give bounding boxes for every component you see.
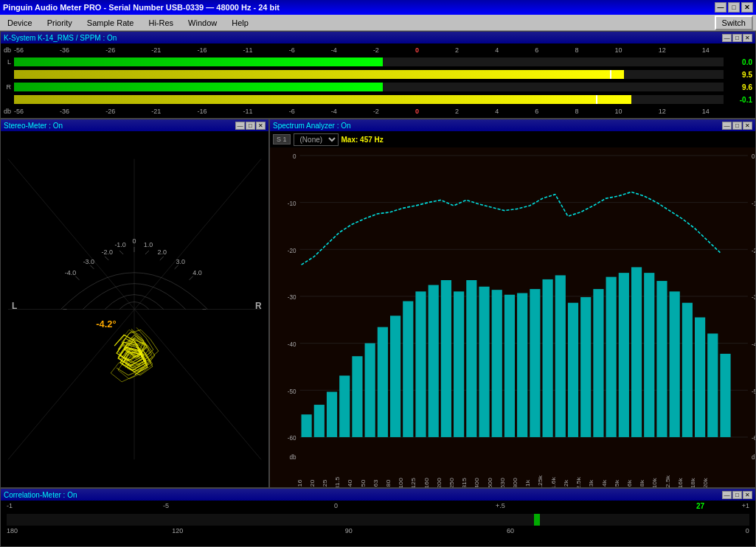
svg-rect-68 [504,295,515,437]
channel-l-green: L 0.0 [4,56,752,68]
channel-r-label: R [4,83,11,91]
channel-r-yellow-track [14,95,724,104]
spectrum-win-btns: — □ ✕ [722,122,752,130]
menu-sample-rate[interactable]: Sample Rate [83,17,139,29]
svg-text:4k: 4k [600,479,608,487]
menu-priority[interactable]: Priority [43,17,77,29]
svg-text:-60: -60 [752,434,755,442]
svg-text:1.0: 1.0 [144,241,153,248]
minimize-button[interactable]: — [715,2,726,13]
svg-rect-65 [466,280,476,437]
stereo-canvas: -4.0 -3.0 -2.0 -1.0 0 1.0 2.0 3.0 4.0 L … [1,131,268,487]
svg-rect-75 [593,289,603,437]
svg-text:2.0: 2.0 [158,248,167,256]
correlation-close-btn[interactable]: ✕ [743,491,752,499]
svg-text:L: L [12,302,17,312]
svg-rect-77 [619,273,629,437]
menu-hires[interactable]: Hi-Res [144,17,178,29]
ksystem-min-btn[interactable]: — [722,34,732,42]
svg-text:db: db [289,453,296,460]
svg-text:50: 50 [359,479,367,487]
svg-rect-76 [606,277,617,437]
svg-rect-67 [492,290,502,437]
svg-text:20: 20 [308,479,316,487]
svg-text:-50: -50 [752,387,755,394]
svg-text:db: db [752,453,755,460]
svg-text:200: 200 [435,478,443,487]
title-bar: Pinguin Audio Meter PRO - Serial Number … [0,0,756,15]
channel-l-readout2: 9.5 [726,71,752,79]
window-title: Pinguin Audio Meter PRO - Serial Number … [3,3,715,12]
svg-rect-74 [580,297,591,437]
menu-window[interactable]: Window [184,17,221,29]
svg-text:16k: 16k [676,478,684,487]
svg-rect-62 [429,285,439,437]
stereo-title: Stereo-Meter : On [4,122,63,130]
spectrum-canvas: 0 -10 -20 -30 -40 -50 -60 0 -10 -20 -30 … [270,147,755,487]
stereo-title-bar: Stereo-Meter : On — □ ✕ [1,119,268,131]
ksystem-max-btn[interactable]: □ [732,34,742,42]
svg-rect-54 [327,391,337,436]
switch-button[interactable]: Switch [715,15,753,30]
channel-r-green: R 9.6 [4,81,752,93]
channel-r-readout1: 9.6 [726,83,752,91]
svg-text:16: 16 [296,479,303,487]
svg-text:-1.0: -1.0 [114,241,125,248]
spectrum-max-btn[interactable]: □ [732,122,742,130]
spectrum-title-bar: Spectrum Analyzer : On — □ ✕ [270,119,755,131]
svg-text:1.6k: 1.6k [549,476,557,487]
stereo-min-btn[interactable]: — [235,122,245,130]
svg-rect-70 [530,289,540,437]
menu-device[interactable]: Device [3,17,37,29]
ksystem-title: K-System K-14_RMS / SPPM : On [4,34,117,42]
stereo-win-btns: — □ ✕ [235,122,266,130]
svg-rect-73 [568,303,578,437]
correlation-max-btn[interactable]: □ [732,491,742,499]
svg-text:63: 63 [372,479,379,487]
correlation-min-btn[interactable]: — [722,491,732,499]
stereo-close-btn[interactable]: ✕ [256,122,266,130]
svg-rect-66 [479,287,489,437]
svg-text:-4.0: -4.0 [65,269,76,276]
svg-rect-53 [314,405,325,437]
svg-text:800: 800 [511,478,519,487]
menu-help[interactable]: Help [227,17,253,29]
spectrum-channel-select[interactable]: (None) [294,133,339,146]
spectrum-min-btn[interactable]: — [722,122,732,130]
stereo-panel: Stereo-Meter : On — □ ✕ [0,119,269,488]
svg-rect-58 [378,327,388,437]
svg-rect-55 [339,376,350,437]
svg-rect-64 [454,291,464,437]
svg-rect-78 [631,267,642,437]
s1-badge: S 1 [273,134,291,144]
channel-r-green-bar [14,83,383,91]
close-button[interactable]: ✕ [741,2,753,13]
svg-text:160: 160 [423,478,430,487]
svg-text:20k: 20k [702,478,710,487]
spectrum-toolbar: S 1 (None) Max: 457 Hz [270,131,755,147]
channel-l-readout1: 0.0 [726,58,752,66]
correlation-content: -1 -5 0 +.5 +1 27 [1,501,755,546]
spectrum-max-label: Max: 457 Hz [341,136,384,144]
svg-text:250: 250 [448,478,455,487]
window-controls: — □ ✕ [715,2,753,13]
svg-text:2k: 2k [562,479,569,487]
svg-text:-20: -20 [752,246,755,254]
svg-rect-81 [670,291,680,437]
svg-rect-69 [517,293,527,437]
svg-text:-2.0: -2.0 [102,248,113,256]
menu-bar: Device Priority Sample Rate Hi-Res Windo… [0,15,756,31]
svg-rect-72 [555,275,566,437]
svg-text:125: 125 [410,478,417,487]
svg-text:400: 400 [474,478,481,487]
stereo-max-btn[interactable]: □ [246,122,255,130]
svg-text:500: 500 [486,478,493,487]
spectrum-close-btn[interactable]: ✕ [743,122,752,130]
svg-text:3.0: 3.0 [176,258,184,265]
maximize-button[interactable]: □ [728,2,740,13]
svg-text:630: 630 [499,478,506,487]
svg-text:1.25k: 1.25k [537,475,544,487]
svg-text:1k: 1k [524,479,532,487]
channel-l-green-bar [14,58,383,66]
ksystem-close-btn[interactable]: ✕ [743,34,752,42]
